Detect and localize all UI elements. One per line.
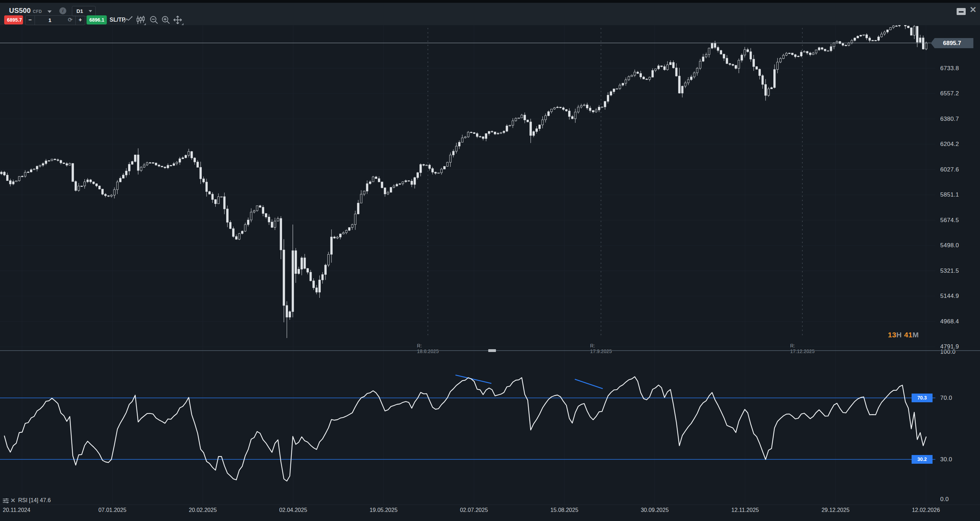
rsi-axis-tick: 30.0 <box>940 456 952 463</box>
chart-toolbar <box>0 3 980 25</box>
rsi-axis-tick: 100.0 <box>940 349 956 355</box>
rollover-label: R: 18.6.2025 <box>417 343 439 354</box>
rollover-label: R: 17.12.2025 <box>790 343 815 354</box>
current-price-badge: 6895.7 <box>931 38 974 48</box>
panel-resize-handle[interactable] <box>488 349 496 352</box>
instrument-type-label: CFD <box>33 9 42 14</box>
price-axis-tick: 5674.5 <box>940 217 959 224</box>
candles-layer <box>0 21 927 338</box>
info-icon[interactable]: i <box>59 7 66 14</box>
rsi-trendline[interactable] <box>575 379 603 389</box>
time-axis-tick: 07.01.2025 <box>99 507 126 513</box>
time-axis-tick: 02.04.2025 <box>279 507 307 513</box>
time-axis-tick: 30.09.2025 <box>641 507 669 513</box>
symbol-name[interactable]: US500 <box>9 6 31 15</box>
rollover-lines <box>428 3 802 337</box>
time-axis-tick: 12.11.2025 <box>732 507 759 513</box>
line-chart-tool-icon[interactable] <box>124 15 133 24</box>
price-axis-tick: 5144.9 <box>940 293 959 300</box>
countdown-hours-unit: H <box>896 331 902 339</box>
zoom-out-icon[interactable] <box>150 15 158 24</box>
price-axis-tick: 6557.2 <box>940 90 959 97</box>
price-axis-tick: 5851.1 <box>940 191 959 198</box>
time-axis-tick: 29.12.2025 <box>822 507 850 513</box>
bar-countdown-timer: 13H 41M <box>888 331 919 339</box>
rsi-lower-level-badge[interactable]: 30.2 <box>912 455 932 464</box>
price-axis-tick: 4968.4 <box>940 318 959 325</box>
symbol-chevron-down-icon[interactable] <box>48 11 52 13</box>
close-button[interactable]: ✕ <box>968 5 978 15</box>
time-axis-tick: 15.08.2025 <box>550 507 578 513</box>
price-axis-tick: 6027.6 <box>940 166 959 173</box>
countdown-minutes: 41 <box>904 331 912 339</box>
time-axis-tick: 20.11.2024 <box>3 507 30 513</box>
time-axis-tick: 02.07.2025 <box>460 507 488 513</box>
sltp-button[interactable]: SL/TP <box>110 17 125 23</box>
volume-field[interactable]: 1 ⟳ <box>35 16 75 25</box>
pan-crosshair-icon[interactable] <box>173 15 182 24</box>
trading-window: US500 CFD i D1 ✕ 6895.7 − 1 ⟳ + 6896.1 S… <box>0 0 980 521</box>
rsi-axis-divider <box>0 505 980 505</box>
volume-increase-button[interactable]: + <box>75 16 85 25</box>
volume-stepper: − 1 ⟳ + <box>25 15 85 25</box>
timeframe-select[interactable]: D1 <box>72 6 95 16</box>
pan-tool-dropdown-icon[interactable] <box>181 23 184 25</box>
gridlines <box>0 3 935 505</box>
rsi-indicator-layer <box>0 375 935 481</box>
chart-type-dropdown-icon[interactable] <box>144 23 146 25</box>
buy-button[interactable]: 6896.1 <box>87 15 107 24</box>
window-titlebar <box>0 0 980 3</box>
rollover-label: R: 17.9.2025 <box>590 343 612 354</box>
time-axis-tick: 19.05.2025 <box>370 507 398 513</box>
price-axis-tick: 5498.0 <box>940 242 959 249</box>
countdown-hours: 13 <box>888 331 896 339</box>
rsi-line <box>5 377 926 481</box>
price-axis-tick: 5321.5 <box>940 268 959 274</box>
price-axis-tick: 6733.8 <box>940 65 959 72</box>
sell-button[interactable]: 6895.7 <box>4 15 23 24</box>
candlestick-chart-type-icon[interactable] <box>136 15 145 24</box>
countdown-minutes-unit: M <box>913 331 919 339</box>
price-axis-tick: 6380.7 <box>940 116 959 123</box>
rsi-axis-tick: 70.0 <box>940 395 952 402</box>
rsi-axis-tick: 0.0 <box>940 496 949 503</box>
volume-cycle-icon[interactable]: ⟳ <box>68 16 73 24</box>
price-axis-tick: 6204.2 <box>940 141 959 148</box>
price-chart[interactable] <box>0 0 980 521</box>
zoom-in-icon[interactable] <box>161 15 170 24</box>
minimize-icon <box>959 11 964 13</box>
minimize-button[interactable] <box>957 8 966 15</box>
remove-indicator-icon[interactable]: ✕ <box>11 497 15 504</box>
volume-value[interactable]: 1 <box>35 16 65 24</box>
time-axis-tick: 12.02.2026 <box>912 507 940 513</box>
volume-decrease-button[interactable]: − <box>25 16 35 25</box>
time-axis-tick: 20.02.2025 <box>189 507 217 513</box>
timeframe-value: D1 <box>76 8 83 14</box>
rsi-upper-level-badge[interactable]: 70.3 <box>912 394 932 402</box>
timeframe-chevron-down-icon <box>89 10 92 12</box>
indicator-settings-icon[interactable] <box>3 497 9 504</box>
indicator-label: RSI [14] 47.6 <box>18 497 51 503</box>
